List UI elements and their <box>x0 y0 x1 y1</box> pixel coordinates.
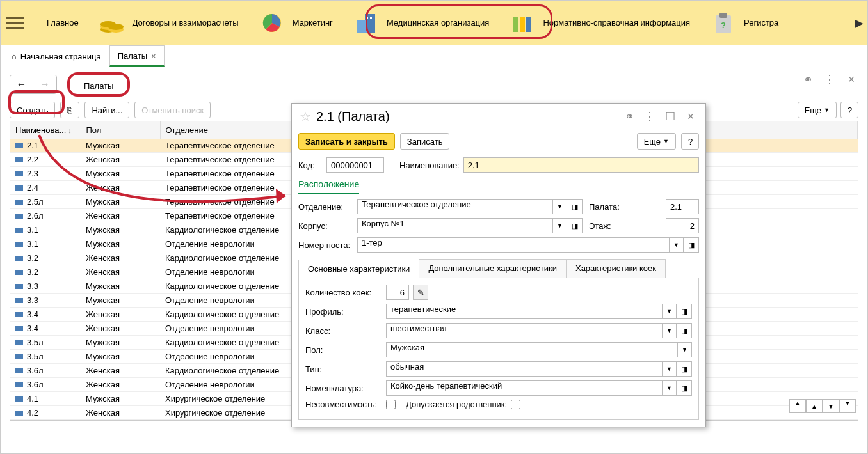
nav-contracts[interactable]: Договоры и взаиморасчеты <box>89 4 249 42</box>
row-icon <box>15 256 23 261</box>
tab-extra-chars[interactable]: Дополнительные характеристики <box>419 259 567 278</box>
row-icon <box>15 171 23 176</box>
link-icon[interactable]: ⚭ <box>801 72 815 86</box>
row-icon <box>15 312 23 317</box>
find-button[interactable]: Найти... <box>84 102 129 118</box>
clipboard-icon: ? <box>711 10 736 36</box>
post-select[interactable]: 1-тер <box>357 237 670 253</box>
dropdown-icon[interactable]: ▼ <box>553 218 567 233</box>
save-close-button[interactable]: Записать и закрыть <box>298 133 395 150</box>
scroll-up-icon[interactable]: ▲ <box>806 399 823 413</box>
scroll-top-icon[interactable]: ▲– <box>789 399 806 413</box>
nav-marketing[interactable]: Маркетинг <box>249 4 343 42</box>
tab-bed-chars[interactable]: Характеристики коек <box>566 259 666 278</box>
building-select[interactable]: Корпус №1 <box>357 218 553 233</box>
more-button[interactable]: Еще ▼ <box>798 102 837 118</box>
scroll-bottom-icon[interactable]: ▼– <box>839 399 856 413</box>
dropdown-icon[interactable]: ▼ <box>678 342 692 357</box>
tab-home[interactable]: ⌂ Начальная страница <box>3 45 109 67</box>
svg-rect-10 <box>513 17 518 32</box>
building-label: Корпус: <box>298 221 357 231</box>
open-icon[interactable]: ◨ <box>677 361 692 377</box>
code-field[interactable] <box>326 157 384 173</box>
svg-rect-11 <box>520 17 525 32</box>
dropdown-icon[interactable]: ▼ <box>670 237 684 253</box>
save-button[interactable]: Записать <box>400 133 450 150</box>
profile-select[interactable]: терапевтические <box>386 304 663 319</box>
row-icon <box>15 185 23 191</box>
open-icon[interactable]: ◨ <box>567 199 583 214</box>
ward-field[interactable] <box>666 199 699 214</box>
cancel-search-button[interactable]: Отменить поиск <box>134 102 211 118</box>
open-icon[interactable]: ◨ <box>684 237 699 253</box>
menu-icon[interactable] <box>6 17 24 29</box>
svg-rect-9 <box>370 17 372 19</box>
row-icon <box>15 157 23 162</box>
floor-field[interactable] <box>666 218 699 233</box>
row-icon <box>15 368 23 373</box>
nav-scroll-right-icon[interactable]: ▶ <box>855 16 864 30</box>
row-icon <box>15 354 23 359</box>
home-icon: ⌂ <box>12 52 17 61</box>
name-label: Наименование: <box>399 160 460 170</box>
beds-field[interactable] <box>386 285 409 300</box>
nav-reference[interactable]: Нормативно-справочная информация <box>499 4 700 42</box>
dept-label: Отделение: <box>298 202 357 212</box>
col-name[interactable]: Наименова... <box>10 121 81 139</box>
open-icon[interactable]: ◨ <box>567 218 583 233</box>
dropdown-icon[interactable]: ▼ <box>663 380 677 396</box>
svg-rect-12 <box>526 17 531 32</box>
name-field[interactable] <box>463 157 699 173</box>
dropdown-icon[interactable]: ▼ <box>663 304 677 319</box>
open-icon[interactable]: ◨ <box>677 323 692 338</box>
open-icon[interactable]: ◨ <box>677 380 692 396</box>
sex-select[interactable]: Мужская <box>386 342 678 357</box>
class-select[interactable]: шестиместная <box>386 323 663 338</box>
modal-tabs: Основные характеристики Дополнительные х… <box>298 259 699 278</box>
sex-label: Пол: <box>305 345 386 355</box>
tab-wards[interactable]: Палаты × <box>109 45 165 67</box>
svg-text:?: ? <box>721 20 726 30</box>
type-select[interactable]: обычная <box>386 361 663 377</box>
col-sex[interactable]: Пол <box>81 121 160 139</box>
kebab-icon[interactable]: ⋮ <box>823 72 837 86</box>
nomen-select[interactable]: Койко-день терапевтический <box>386 380 663 396</box>
piechart-icon <box>259 10 285 36</box>
close-icon[interactable]: × <box>151 51 156 61</box>
location-section: Расположение <box>298 176 359 194</box>
back-button[interactable]: ← <box>10 75 33 93</box>
kebab-icon[interactable]: ⋮ <box>643 109 657 123</box>
row-icon <box>15 340 23 345</box>
coins-icon <box>99 10 125 36</box>
nav-medorg[interactable]: Медицинская организация <box>343 4 500 42</box>
scroll-controls: ▲– ▲ ▼ ▼– <box>789 399 856 413</box>
modal-help-button[interactable]: ? <box>681 133 699 150</box>
maximize-icon[interactable]: ☐ <box>663 109 677 123</box>
incompat-checkbox[interactable] <box>386 400 396 409</box>
copy-add-icon: ⎘ <box>67 106 72 115</box>
close-page-icon[interactable]: × <box>844 72 858 86</box>
dropdown-icon[interactable]: ▼ <box>663 361 677 377</box>
svg-point-4 <box>108 24 124 30</box>
nav-registration[interactable]: ? Регистра <box>700 4 789 42</box>
modal-more-button[interactable]: Еще ▼ <box>637 133 676 150</box>
nav-arrows: ← → <box>10 75 57 94</box>
tab-main-chars[interactable]: Основные характеристики <box>298 260 419 278</box>
ward-dialog: ☆ 2.1 (Палата) ⚭ ⋮ ☐ × Записать и закрыт… <box>291 103 706 427</box>
star-icon[interactable]: ☆ <box>300 109 311 124</box>
create-button[interactable]: Создать <box>10 102 55 118</box>
open-icon[interactable]: ◨ <box>677 304 692 319</box>
scroll-down-icon[interactable]: ▼ <box>823 399 839 413</box>
forward-button[interactable]: → <box>33 75 56 93</box>
link-icon[interactable]: ⚭ <box>622 109 636 123</box>
profile-label: Профиль: <box>305 307 386 317</box>
close-icon[interactable]: × <box>684 109 698 123</box>
nav-main[interactable]: Главное <box>36 4 89 42</box>
edit-icon[interactable]: ✎ <box>413 285 428 300</box>
relative-checkbox[interactable] <box>511 400 520 409</box>
dropdown-icon[interactable]: ▼ <box>553 199 567 214</box>
dropdown-icon[interactable]: ▼ <box>663 323 677 338</box>
dept-select[interactable]: Терапевтическое отделение <box>357 199 553 214</box>
help-button[interactable]: ? <box>840 102 858 118</box>
create-copy-button[interactable]: ⎘ <box>60 102 79 118</box>
